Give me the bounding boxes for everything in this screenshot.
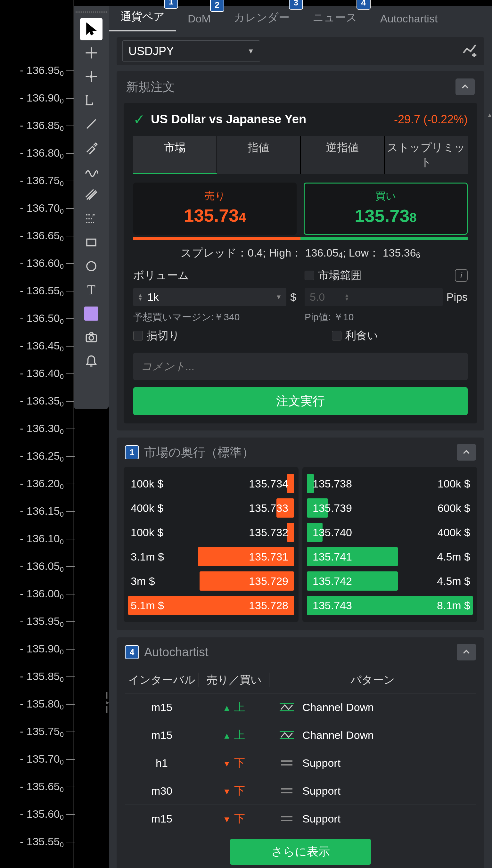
dom-badge: 1 <box>125 445 139 459</box>
sell-label: 売り <box>134 189 296 203</box>
cursor-tool[interactable] <box>80 18 102 40</box>
dom-row[interactable]: 400k $135.733 <box>124 496 298 520</box>
price-tick: - 135.850 <box>20 670 64 683</box>
side-panel: 通貨ペア1DoM2カレンダー3ニュース4Autochartist USDJPY … <box>109 6 492 868</box>
tp-checkbox[interactable] <box>332 331 341 341</box>
collapse-button[interactable] <box>456 78 475 95</box>
dom-row[interactable]: 135.739600k $ <box>302 496 477 520</box>
autochartist-card: 4 Autochartist インターバル 売り／買い パターン m15▲上Ch… <box>117 637 484 868</box>
tab-2[interactable]: カレンダー3 <box>222 4 301 31</box>
collapse-button[interactable] <box>457 444 476 461</box>
dom-row[interactable]: 3m $135.729 <box>124 569 298 593</box>
price-tick: - 136.800 <box>20 147 64 159</box>
fork-tool[interactable] <box>80 184 102 206</box>
support-icon <box>279 813 295 824</box>
tab-4[interactable]: Autochartist <box>369 6 449 31</box>
price-tick: - 135.650 <box>20 780 64 793</box>
brush-tool[interactable] <box>80 137 102 159</box>
symbol-row: USDJPY <box>117 37 484 65</box>
ac-row[interactable]: m30▼下Support <box>125 777 476 804</box>
price-tick: - 135.750 <box>20 725 64 738</box>
svg-point-6 <box>90 76 92 77</box>
price-change: -29.7 (-0.22%) <box>394 113 468 126</box>
text-tool[interactable]: T <box>80 279 102 301</box>
price-tick: - 136.400 <box>20 367 64 379</box>
symbol-select[interactable]: USDJPY <box>122 40 260 62</box>
show-more-button[interactable]: さらに表示 <box>230 839 371 865</box>
ac-title: Autochartist <box>144 645 208 659</box>
dom-row[interactable]: 135.7414.5m $ <box>302 545 477 569</box>
price-tick: - 136.000 <box>20 588 64 600</box>
crosshair-dot-tool[interactable] <box>80 65 102 88</box>
price-tick: - 136.650 <box>20 229 64 242</box>
circle-tool[interactable] <box>80 255 102 277</box>
dom-row[interactable]: 3.1m $135.731 <box>124 545 298 569</box>
dom-asks: 135.738100k $135.739600k $135.740400k $1… <box>302 467 477 622</box>
spread-info: スプレッド：0.4; High： 136.054; Low： 135.366 <box>133 246 468 261</box>
execute-order-button[interactable]: 注文実行 <box>133 387 468 415</box>
color-swatch[interactable] <box>80 302 102 325</box>
range-input[interactable]: ▲▼ <box>304 288 443 306</box>
new-order-card: 新規注文 ✓ US Dollar vs Japanese Yen -29.7 (… <box>117 71 484 430</box>
collapse-button[interactable] <box>457 644 476 661</box>
panel-handle-icon[interactable]: ▎▸▎ <box>106 692 111 713</box>
price-tick: - 136.250 <box>20 450 64 462</box>
channel-icon <box>279 729 295 741</box>
price-tick: - 136.900 <box>20 92 64 104</box>
svg-rect-19 <box>87 239 96 246</box>
order-type-tabs: 市場指値逆指値ストップリミット <box>133 136 468 174</box>
ac-row[interactable]: m15▲上Channel Down <box>125 721 476 749</box>
price-tick: - 136.700 <box>20 202 64 214</box>
wave-tool[interactable] <box>80 160 102 182</box>
alert-tool[interactable] <box>80 350 102 372</box>
price-tick: - 136.750 <box>20 174 64 187</box>
pip-hint: Pip値: ￥10 <box>304 311 468 324</box>
range-checkbox[interactable] <box>304 271 314 280</box>
price-tick: - 136.350 <box>20 395 64 407</box>
dom-row[interactable]: 5.1m $135.728 <box>124 593 298 618</box>
ac-badge: 4 <box>125 645 139 659</box>
pair-name: US Dollar vs Japanese Yen <box>151 113 306 126</box>
buy-button[interactable]: 買い 135.738 <box>304 182 468 235</box>
price-tick: - 136.200 <box>20 477 64 490</box>
support-icon <box>279 785 295 796</box>
rect-tool[interactable] <box>80 231 102 254</box>
tab-1[interactable]: DoM2 <box>176 6 222 31</box>
tab-3[interactable]: ニュース4 <box>301 4 369 31</box>
fib-tool[interactable]: F <box>80 207 102 230</box>
crosshair-tool[interactable] <box>80 42 102 64</box>
svg-point-20 <box>87 262 96 271</box>
comment-input[interactable]: コメント... <box>133 353 468 380</box>
order-tab[interactable]: 指値 <box>217 136 301 174</box>
order-tab[interactable]: ストップリミット <box>385 136 468 174</box>
scroll-up-icon[interactable] <box>487 108 491 116</box>
ac-header: インターバル 売り／買い パターン <box>125 667 476 693</box>
dom-row[interactable]: 100k $135.734 <box>124 471 298 496</box>
order-tab[interactable]: 市場 <box>133 136 217 174</box>
dom-row[interactable]: 135.7424.5m $ <box>302 569 477 593</box>
dom-row[interactable]: 135.740400k $ <box>302 520 477 545</box>
ac-row[interactable]: m15▼下Support <box>125 804 476 833</box>
sell-button[interactable]: 売り 135.734 <box>133 182 297 235</box>
price-tick: - 135.950 <box>20 615 64 627</box>
dom-row[interactable]: 135.7438.1m $ <box>302 593 477 618</box>
price-tick: - 136.850 <box>20 119 64 132</box>
line-tool[interactable] <box>80 113 102 135</box>
sl-checkbox[interactable] <box>133 331 143 341</box>
tp-label: 利食い <box>345 328 378 343</box>
sl-label: 損切り <box>147 328 180 343</box>
measure-tool[interactable] <box>80 89 102 111</box>
check-icon: ✓ <box>133 111 145 127</box>
screenshot-tool[interactable] <box>80 326 102 348</box>
volume-input[interactable]: ▲▼ ▼ <box>133 288 286 306</box>
order-tab[interactable]: 逆指値 <box>301 136 385 174</box>
info-icon[interactable]: i <box>455 269 468 282</box>
dom-row[interactable]: 100k $135.732 <box>124 520 298 545</box>
ac-row[interactable]: h1▼下Support <box>125 749 476 777</box>
market-depth-card: 1 市場の奥行（標準） 100k $135.734400k $135.73310… <box>117 438 484 630</box>
add-chart-icon[interactable] <box>461 41 478 61</box>
dom-row[interactable]: 135.738100k $ <box>302 471 477 496</box>
svg-point-22 <box>89 336 94 340</box>
tab-0[interactable]: 通貨ペア1 <box>109 3 176 31</box>
ac-row[interactable]: m15▲上Channel Down <box>125 693 476 721</box>
